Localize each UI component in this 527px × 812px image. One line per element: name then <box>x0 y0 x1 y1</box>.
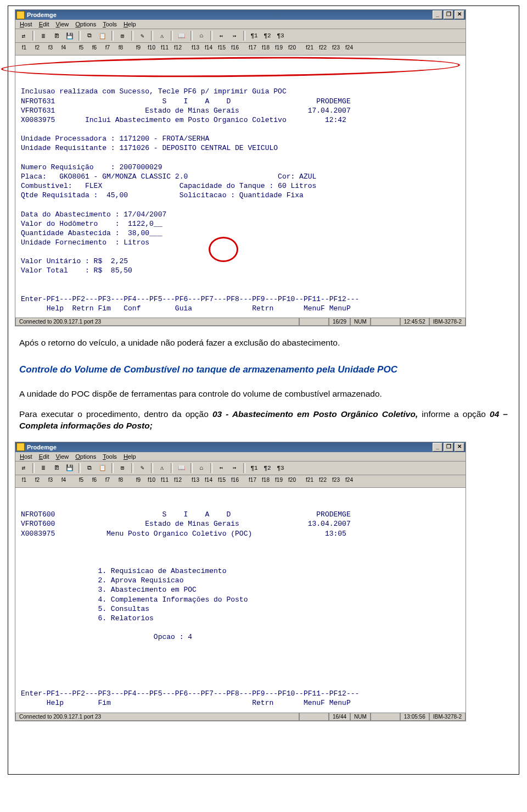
menu-help[interactable]: Help <box>124 453 136 460</box>
fk-button[interactable]: f10 <box>145 44 158 54</box>
menu-help[interactable]: Help <box>124 21 136 27</box>
copy-icon[interactable]: ⧉ <box>83 30 96 41</box>
fk-button[interactable]: f4 <box>57 44 70 54</box>
fk3-icon[interactable]: ¶3 <box>274 463 287 474</box>
fk-button[interactable]: f23 <box>329 44 343 54</box>
doc-icon[interactable]: 🖹 <box>51 463 63 474</box>
fk-button[interactable]: f6 <box>88 44 101 54</box>
menu-edit[interactable]: Edit <box>39 21 49 27</box>
fk-button[interactable]: f5 <box>75 44 88 54</box>
fk2-icon[interactable]: ¶2 <box>261 30 273 41</box>
menu-options[interactable]: Options <box>75 21 96 27</box>
tool-icon[interactable]: ✎ <box>136 30 148 41</box>
fk-button[interactable]: f21 <box>303 44 316 54</box>
fk-button[interactable]: f4 <box>57 476 70 486</box>
fk-button[interactable]: f19 <box>272 476 285 486</box>
fk-button[interactable]: f20 <box>285 44 299 54</box>
grid-icon[interactable]: ⊞ <box>116 30 128 41</box>
menu-edit[interactable]: Edit <box>39 453 49 460</box>
menu-host[interactable]: Host <box>20 453 32 460</box>
fk-button[interactable]: f9 <box>132 476 145 486</box>
connect-icon[interactable]: ⇄ <box>18 463 30 474</box>
fk-button[interactable]: f2 <box>31 476 44 486</box>
fk-button[interactable]: f8 <box>114 476 127 486</box>
paste-icon[interactable]: 📋 <box>97 30 109 41</box>
fk3-icon[interactable]: ¶3 <box>274 30 287 41</box>
fk-button[interactable]: f22 <box>316 44 329 54</box>
fk-button[interactable]: f24 <box>343 44 356 54</box>
fk-button[interactable]: f15 <box>215 44 228 54</box>
menu-options[interactable]: Options <box>75 453 96 460</box>
terminal-body[interactable]: NFROT600 S I A D PRODEMGE VFROT600 Estad… <box>15 488 466 713</box>
fk-button[interactable]: f18 <box>259 476 272 486</box>
fk-button[interactable]: f1 <box>18 476 31 486</box>
fk-button[interactable]: f17 <box>246 476 259 486</box>
fk-button[interactable]: f24 <box>343 476 356 486</box>
fk-button[interactable]: f21 <box>303 476 316 486</box>
tool-icon[interactable]: ✎ <box>136 463 148 474</box>
fk-button[interactable]: f1 <box>18 44 31 54</box>
fk1-icon[interactable]: ¶1 <box>248 463 260 474</box>
close-button[interactable]: ✕ <box>455 443 464 452</box>
left-icon[interactable]: ↢ <box>215 463 227 474</box>
warning-icon[interactable]: ⚠ <box>156 30 168 41</box>
fk-button[interactable]: f2 <box>31 44 44 54</box>
menu-tools[interactable]: Tools <box>103 21 117 27</box>
fk1-icon[interactable]: ¶1 <box>248 30 260 41</box>
fk-button[interactable]: f7 <box>101 476 114 486</box>
menu-view[interactable]: View <box>56 21 69 27</box>
menu-view[interactable]: View <box>56 453 69 460</box>
terminal-body[interactable]: Inclusao realizada com Sucesso, Tecle PF… <box>15 55 466 318</box>
menu-tools[interactable]: Tools <box>103 453 117 460</box>
fk-button[interactable]: f10 <box>145 476 158 486</box>
paste-icon[interactable]: 📋 <box>97 463 109 474</box>
fk-button[interactable]: f13 <box>189 44 202 54</box>
fk-button[interactable]: f3 <box>44 476 57 486</box>
fk-button[interactable]: f9 <box>132 44 145 54</box>
grid-icon[interactable]: ⊞ <box>116 463 128 474</box>
layers-icon[interactable]: ≣ <box>37 463 49 474</box>
fk-button[interactable]: f11 <box>158 44 171 54</box>
minimize-button[interactable]: _ <box>433 10 442 19</box>
right-icon[interactable]: ↣ <box>228 463 240 474</box>
doc-icon[interactable]: 🖹 <box>51 30 63 41</box>
fk-button[interactable]: f18 <box>259 44 272 54</box>
fk-button[interactable]: f15 <box>215 476 228 486</box>
minimize-button[interactable]: _ <box>433 443 442 452</box>
copy-icon[interactable]: ⧉ <box>83 463 96 474</box>
fk-button[interactable]: f16 <box>228 476 242 486</box>
fk-button[interactable]: f12 <box>171 44 184 54</box>
connect-icon[interactable]: ⇄ <box>18 30 30 41</box>
floppy-icon[interactable]: 💾 <box>64 30 76 41</box>
fk-button[interactable]: f12 <box>171 476 184 486</box>
fk-button[interactable]: f19 <box>272 44 285 54</box>
fk-button[interactable]: f14 <box>202 476 215 486</box>
close-button[interactable]: ✕ <box>455 10 464 19</box>
left-icon[interactable]: ↢ <box>215 30 227 41</box>
home-icon[interactable]: ⌂ <box>195 30 208 41</box>
fk-button[interactable]: f3 <box>44 44 57 54</box>
fk-button[interactable]: f17 <box>246 44 259 54</box>
restore-button[interactable]: ❐ <box>444 10 453 19</box>
fk-button[interactable]: f14 <box>202 44 215 54</box>
fk-button[interactable]: f20 <box>285 476 299 486</box>
warning-icon[interactable]: ⚠ <box>156 463 168 474</box>
fk-button[interactable]: f16 <box>228 44 242 54</box>
book-icon[interactable]: 📖 <box>176 463 188 474</box>
floppy-icon[interactable]: 💾 <box>64 463 76 474</box>
fk-button[interactable]: f23 <box>329 476 343 486</box>
fk-button[interactable]: f22 <box>316 476 329 486</box>
fk-button[interactable]: f13 <box>189 476 202 486</box>
right-icon[interactable]: ↣ <box>228 30 240 41</box>
book-icon[interactable]: 📖 <box>176 30 188 41</box>
home-icon[interactable]: ⌂ <box>195 463 208 474</box>
menu-host[interactable]: Host <box>20 21 32 27</box>
fk-button[interactable]: f8 <box>114 44 127 54</box>
fk-button[interactable]: f6 <box>88 476 101 486</box>
fk-button[interactable]: f7 <box>101 44 114 54</box>
layers-icon[interactable]: ≣ <box>37 30 49 41</box>
restore-button[interactable]: ❐ <box>444 443 453 452</box>
fk-button[interactable]: f11 <box>158 476 171 486</box>
fk-button[interactable]: f5 <box>75 476 88 486</box>
fk2-icon[interactable]: ¶2 <box>261 463 273 474</box>
